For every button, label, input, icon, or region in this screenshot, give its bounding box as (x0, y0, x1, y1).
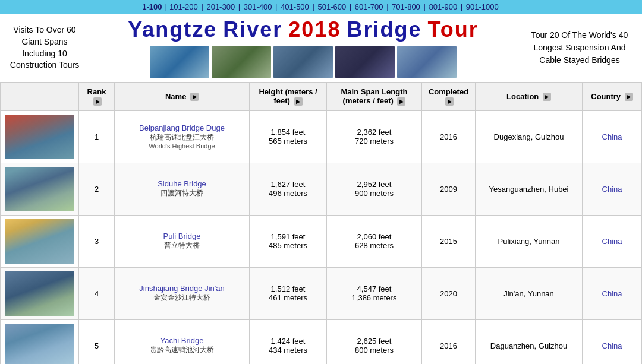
sort-name-icon[interactable]: ▶ (190, 93, 199, 101)
header-right-text: Tour 20 Of The World's 40 Longest Suspen… (523, 29, 636, 67)
title-word-2018: 2018 (288, 17, 341, 42)
completed-cell: 2020 (422, 267, 476, 319)
col-header-span: Main Span Length(meters / feet) ▶ (327, 83, 422, 111)
table-row: 4Jinshajiang Bridge Jin'an金安金沙江特大桥1,512 … (1, 267, 642, 319)
bridge-image-cell (1, 215, 79, 267)
name-cell: Siduhe Bridge四渡河特大桥 (115, 163, 250, 215)
bridge-name-en: Siduhe Bridge (119, 179, 244, 188)
sort-rank-icon[interactable]: ▶ (93, 97, 102, 106)
bridge-image-1 (5, 115, 74, 159)
height-cell: 1,627 feet496 meters (250, 163, 327, 215)
country-cell: China (583, 110, 642, 163)
name-cell: Puli Bridge普立特大桥 (115, 215, 250, 267)
height-cell: 1,424 feet434 meters (250, 319, 327, 364)
sort-span-icon[interactable]: ▶ (397, 97, 405, 106)
completed-cell: 2009 (422, 163, 476, 215)
bridge-image-cell (1, 267, 79, 319)
table-row: 5Yachi Bridge贵黔高速鸭池河大桥1,424 feet434 mete… (1, 319, 642, 364)
bridge-image-2 (5, 167, 74, 211)
bridge-image-5 (5, 324, 74, 364)
title-word-yangtze: Yangtze (128, 17, 217, 42)
nav-range-801[interactable]: 801-900 (429, 2, 457, 11)
location-cell: Dugexiang, Guizhou (476, 110, 583, 163)
height-cell: 1,854 feet565 meters (250, 110, 327, 163)
table-row: 3Puli Bridge普立特大桥1,591 feet485 meters2,0… (1, 215, 642, 267)
span-cell: 2,060 feet628 meters (327, 215, 422, 267)
rank-cell: 3 (79, 215, 115, 267)
span-cell: 2,625 feet800 meters (327, 319, 422, 364)
bridges-table: Rank ▶ Name ▶ Height (meters / feet) ▶ M… (0, 82, 642, 364)
header-center: Yangtze River 2018 Bridge Tour (83, 17, 523, 78)
header-photos (150, 46, 457, 78)
page-header: Visits To Over 60 Giant Spans Including … (0, 14, 642, 82)
location-cell: Pulixiang, Yunnan (476, 215, 583, 267)
country-cell: China (583, 319, 642, 364)
bridge-photo-5 (397, 46, 457, 78)
table-row: 1Beipanjiang Bridge Duge杭瑞高速北盘江大桥World's… (1, 110, 642, 163)
table-row: 2Siduhe Bridge四渡河特大桥1,627 feet496 meters… (1, 163, 642, 215)
country-link[interactable]: China (602, 289, 622, 298)
country-link[interactable]: China (602, 341, 622, 350)
nav-range-501[interactable]: 501-600 (317, 2, 346, 11)
title-word-river: River (223, 17, 282, 42)
col-header-location: Location ▶ (476, 83, 583, 111)
bridge-name-en: Jinshajiang Bridge Jin'an (119, 284, 244, 293)
bridge-name-cn: 杭瑞高速北盘江大桥 (119, 132, 244, 143)
name-cell: Jinshajiang Bridge Jin'an金安金沙江特大桥 (115, 267, 250, 319)
rank-cell: 1 (79, 110, 115, 163)
nav-range-401[interactable]: 401-500 (281, 2, 309, 11)
col-header-name: Name ▶ (115, 83, 250, 111)
span-cell: 4,547 feet1,386 meters (327, 267, 422, 319)
completed-cell: 2016 (422, 319, 476, 364)
bridge-image-3 (5, 219, 74, 264)
sort-country-icon[interactable]: ▶ (625, 93, 633, 101)
bridge-name-en: Yachi Bridge (119, 336, 244, 345)
completed-cell: 2015 (422, 215, 476, 267)
nav-range-201[interactable]: 201-300 (206, 2, 235, 11)
col-header-rank: Rank ▶ (79, 83, 115, 111)
table-header-row: Rank ▶ Name ▶ Height (meters / feet) ▶ M… (1, 83, 642, 111)
nav-range-301[interactable]: 301-400 (244, 2, 272, 11)
sort-height-icon[interactable]: ▶ (294, 97, 303, 106)
rank-cell: 2 (79, 163, 115, 215)
col-header-completed: Completed ▶ (422, 83, 476, 111)
bridge-image-4 (5, 271, 74, 316)
col-header-country: Country ▶ (583, 83, 642, 111)
header-left-text: Visits To Over 60 Giant Spans Including … (6, 24, 83, 71)
span-cell: 2,952 feet900 meters (327, 163, 422, 215)
bridge-photo-2 (212, 46, 271, 78)
height-cell: 1,591 feet485 meters (250, 215, 327, 267)
sort-completed-icon[interactable]: ▶ (445, 97, 454, 106)
bridge-name-en: Beipanjiang Bridge Duge (119, 124, 244, 132)
col-header-height: Height (meters / feet) ▶ (250, 83, 327, 111)
nav-range-901[interactable]: 901-1000 (466, 2, 499, 11)
top-navigation: 1-100 | 101-200 | 201-300 | 301-400 | 40… (0, 0, 642, 14)
bridge-name-cn: 四渡河特大桥 (119, 188, 244, 198)
bridge-name-en: Puli Bridge (119, 232, 244, 240)
nav-range-701[interactable]: 701-800 (392, 2, 420, 11)
title-word-tour: Tour (427, 17, 478, 42)
sort-location-icon[interactable]: ▶ (543, 93, 551, 101)
bridge-photo-1 (150, 46, 209, 78)
nav-range-current[interactable]: 1-100 (142, 2, 162, 11)
rank-cell: 5 (79, 319, 115, 364)
country-link[interactable]: China (602, 132, 622, 141)
span-cell: 2,362 feet720 meters (327, 110, 422, 163)
bridge-image-cell (1, 163, 79, 215)
country-cell: China (583, 163, 642, 215)
country-link[interactable]: China (602, 185, 622, 194)
location-cell: Yesanguanzhen, Hubei (476, 163, 583, 215)
nav-range-101[interactable]: 101-200 (169, 2, 198, 11)
country-link[interactable]: China (602, 237, 622, 246)
name-cell: Beipanjiang Bridge Duge杭瑞高速北盘江大桥World's … (115, 110, 250, 163)
title-word-bridge: Bridge (347, 17, 421, 42)
bridge-photo-3 (273, 46, 333, 78)
bridge-name-cn: 普立特大桥 (119, 240, 244, 251)
rank-cell: 4 (79, 267, 115, 319)
col-header-image (1, 83, 79, 111)
bridge-name-note: World's Highest Bridge (119, 143, 244, 150)
bridge-photo-4 (335, 46, 395, 78)
bridge-image-cell (1, 319, 79, 364)
nav-range-601[interactable]: 601-700 (355, 2, 383, 11)
location-cell: Jin'an, Yunnan (476, 267, 583, 319)
